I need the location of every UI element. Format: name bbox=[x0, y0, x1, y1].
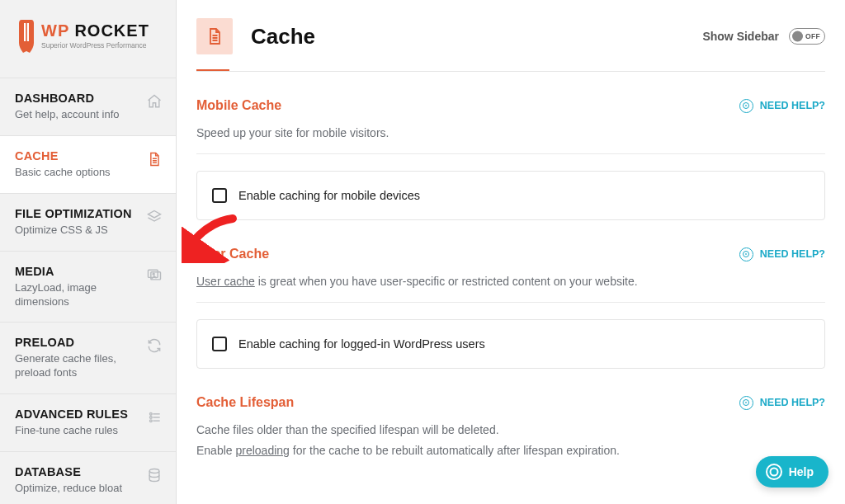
home-icon bbox=[146, 93, 163, 110]
sidebar-nav: DASHBOARD Get help, account info CACHE B… bbox=[0, 78, 176, 504]
nav-title: ADVANCED RULES bbox=[15, 407, 128, 421]
need-help-label: NEED HELP? bbox=[760, 397, 825, 408]
section-desc-line2: Enable preloading for the cache to be re… bbox=[196, 442, 825, 459]
page-header: Cache Show Sidebar OFF bbox=[196, 18, 825, 54]
option-mobile-caching[interactable]: Enable caching for mobile devices bbox=[196, 171, 825, 220]
nav-title: DASHBOARD bbox=[15, 92, 119, 105]
section-desc: User cache is great when you have user-s… bbox=[196, 273, 825, 290]
section-desc-line1: Cache files older than the specified lif… bbox=[196, 422, 825, 439]
checkbox-icon[interactable] bbox=[212, 337, 227, 351]
help-ring-icon bbox=[739, 247, 753, 261]
need-help-link[interactable]: NEED HELP? bbox=[739, 396, 825, 410]
nav-sub: Basic cache options bbox=[15, 166, 111, 180]
svg-point-5 bbox=[153, 273, 154, 275]
brand-logo: WP ROCKET Superior WordPress Performance bbox=[0, 0, 176, 78]
nav-sub: Fine-tune cache rules bbox=[15, 424, 128, 438]
svg-rect-0 bbox=[24, 23, 26, 41]
svg-text:WP ROCKET: WP ROCKET bbox=[41, 21, 149, 40]
section-title: Mobile Cache bbox=[196, 98, 281, 113]
user-cache-link[interactable]: User cache bbox=[196, 275, 255, 288]
sidebar: WP ROCKET Superior WordPress Performance… bbox=[0, 0, 177, 504]
section-user-cache: User Cache NEED HELP? User cache is grea… bbox=[196, 220, 825, 369]
sidebar-item-media[interactable]: MEDIA LazyLoad, image dimensions bbox=[0, 251, 176, 323]
database-icon bbox=[146, 467, 163, 483]
need-help-link[interactable]: NEED HELP? bbox=[739, 99, 825, 113]
preloading-link[interactable]: preloading bbox=[235, 444, 289, 457]
section-title: User Cache bbox=[196, 247, 269, 261]
section-divider bbox=[196, 153, 825, 154]
brand-tagline: Superior WordPress Performance bbox=[41, 41, 147, 49]
option-label: Enable caching for mobile devices bbox=[238, 189, 420, 202]
section-divider bbox=[196, 302, 825, 303]
show-sidebar-toggle[interactable]: OFF bbox=[789, 28, 825, 45]
need-help-label: NEED HELP? bbox=[760, 100, 825, 111]
nav-title: MEDIA bbox=[15, 265, 146, 278]
svg-point-7 bbox=[150, 417, 153, 419]
sidebar-item-dashboard[interactable]: DASHBOARD Get help, account info bbox=[0, 78, 176, 135]
sidebar-item-file-optimization[interactable]: FILE OPTIMIZATION Optimize CSS & JS bbox=[0, 193, 176, 251]
help-ring-icon bbox=[739, 396, 753, 410]
option-user-caching[interactable]: Enable caching for logged-in WordPress u… bbox=[196, 319, 825, 369]
section-desc: Speed up your site for mobile visitors. bbox=[196, 125, 825, 142]
nav-title: CACHE bbox=[15, 149, 111, 163]
option-label: Enable caching for logged-in WordPress u… bbox=[238, 337, 485, 351]
layers-icon bbox=[146, 209, 163, 225]
show-sidebar-label: Show Sidebar bbox=[702, 30, 779, 43]
toggle-off-label: OFF bbox=[805, 32, 820, 40]
sliders-icon bbox=[146, 409, 163, 426]
svg-point-8 bbox=[150, 420, 153, 422]
need-help-label: NEED HELP? bbox=[760, 248, 825, 260]
document-icon bbox=[146, 151, 163, 167]
nav-sub: Generate cache files, preload fonts bbox=[15, 352, 146, 380]
main-content: Cache Show Sidebar OFF Mobile Cache bbox=[177, 0, 845, 504]
need-help-link[interactable]: NEED HELP? bbox=[739, 247, 825, 261]
sidebar-item-cache[interactable]: CACHE Basic cache options bbox=[0, 135, 176, 193]
nav-title: DATABASE bbox=[15, 465, 122, 478]
page-title: Cache bbox=[251, 24, 315, 49]
nav-sub: Optimize, reduce bloat bbox=[15, 482, 122, 496]
sidebar-item-advanced-rules[interactable]: ADVANCED RULES Fine-tune cache rules bbox=[0, 393, 176, 451]
svg-point-6 bbox=[150, 413, 153, 416]
section-mobile-cache: Mobile Cache NEED HELP? Speed up your si… bbox=[196, 72, 825, 220]
checkbox-icon[interactable] bbox=[212, 188, 227, 203]
help-fab-button[interactable]: Help bbox=[756, 456, 828, 488]
section-title: Cache Lifespan bbox=[196, 395, 294, 410]
section-cache-lifespan: Cache Lifespan NEED HELP? Cache files ol… bbox=[196, 369, 825, 459]
nav-title: PRELOAD bbox=[15, 336, 146, 349]
svg-rect-1 bbox=[27, 23, 29, 41]
refresh-icon bbox=[146, 337, 163, 354]
svg-point-9 bbox=[149, 469, 159, 473]
nav-sub: Optimize CSS & JS bbox=[15, 224, 132, 238]
nav-sub: Get help, account info bbox=[15, 108, 119, 122]
sidebar-item-preload[interactable]: PRELOAD Generate cache files, preload fo… bbox=[0, 322, 176, 393]
page-header-icon bbox=[196, 18, 233, 54]
help-fab-label: Help bbox=[789, 465, 814, 478]
help-ring-icon bbox=[739, 99, 753, 113]
help-ring-icon bbox=[766, 464, 782, 480]
image-icon bbox=[146, 266, 163, 283]
sidebar-item-database[interactable]: DATABASE Optimize, reduce bloat bbox=[0, 451, 176, 504]
nav-sub: LazyLoad, image dimensions bbox=[15, 281, 146, 309]
nav-title: FILE OPTIMIZATION bbox=[15, 207, 132, 220]
